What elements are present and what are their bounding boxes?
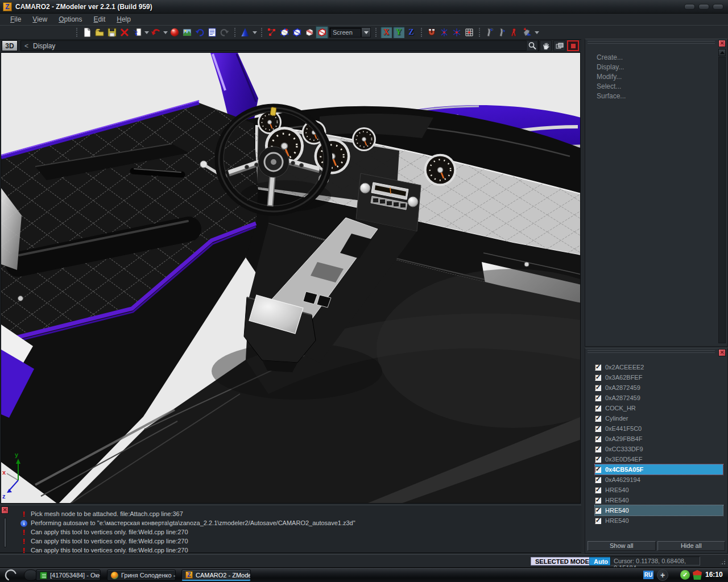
resize-grip[interactable]	[719, 558, 726, 566]
maximize-button[interactable]	[698, 4, 709, 10]
import-dropdown[interactable]	[143, 26, 150, 39]
weld-tool-button[interactable]	[483, 26, 496, 39]
menu-view[interactable]: View	[27, 15, 53, 23]
zoom-tool-button[interactable]	[526, 40, 538, 51]
object-list-item[interactable]: 0xCC333DF9	[595, 444, 723, 454]
object-visibility-checkbox[interactable]	[595, 508, 601, 514]
object-list-item[interactable]: 0x2ACEEEE2	[595, 362, 723, 372]
snap-vertex-tool-button[interactable]	[450, 26, 463, 39]
object-visibility-checkbox[interactable]	[595, 426, 601, 432]
auto-badge[interactable]: Auto	[589, 557, 613, 566]
close-button[interactable]	[713, 4, 723, 10]
primitive-dropdown[interactable]	[251, 26, 258, 39]
save-button[interactable]	[106, 26, 118, 39]
menu-edit[interactable]: Edit	[88, 15, 111, 23]
tools-dropdown[interactable]	[533, 26, 540, 39]
edges-mode-button[interactable]	[291, 26, 303, 39]
detach-tool-button[interactable]	[521, 26, 533, 39]
command-select[interactable]: Select...	[597, 82, 626, 92]
taskbar-task-window[interactable]: [417053484] - Окно ...	[36, 569, 101, 581]
view-back-arrow[interactable]: <	[21, 42, 33, 50]
export-button[interactable]	[150, 26, 162, 39]
object-list-item[interactable]: HRE540	[595, 495, 723, 505]
screen-space-combo[interactable]: Screen	[329, 27, 371, 38]
commands-panel-close-button[interactable]	[718, 40, 726, 47]
scroll-up-button[interactable]	[718, 49, 726, 56]
hide-all-button[interactable]: Hide all	[657, 541, 726, 551]
clock[interactable]: 16:10	[705, 571, 723, 579]
maximize-view-button[interactable]	[567, 40, 579, 51]
combo-dropdown-button[interactable]	[361, 27, 371, 38]
viewport-title-bar[interactable]: < Display	[20, 40, 539, 51]
menu-options[interactable]: Options	[53, 15, 88, 23]
command-surface[interactable]: Surface...	[597, 92, 626, 101]
import-button[interactable]	[131, 26, 143, 39]
object-visibility-checkbox[interactable]	[595, 375, 601, 381]
object-list-item[interactable]: 0xA2872459	[595, 383, 723, 393]
menu-help[interactable]: Help	[111, 15, 136, 23]
language-indicator[interactable]: RU	[643, 571, 653, 579]
axis-y-toggle[interactable]: Y	[393, 27, 404, 38]
open-file-button[interactable]	[93, 26, 106, 39]
render-button[interactable]	[168, 26, 181, 39]
delete-button[interactable]	[118, 26, 131, 39]
sub-object-edit-button[interactable]	[266, 26, 278, 39]
object-list-item[interactable]: HRE540	[595, 516, 723, 526]
object-list-item[interactable]: 0x3A62BFEF	[595, 372, 723, 383]
log-scrollbar[interactable]	[4, 518, 6, 547]
command-create[interactable]: Create...	[597, 53, 626, 63]
object-list-item[interactable]: 0xA2872459	[595, 393, 723, 403]
toolbar-grip[interactable]	[479, 28, 481, 37]
title-bar[interactable]: Z CAMARO2 - ZModeler ver 2.2.1 (Build 95…	[0, 0, 728, 14]
object-visibility-checkbox[interactable]	[595, 456, 601, 463]
object-list-item[interactable]: COCK_HR	[595, 403, 723, 413]
object-visibility-checkbox[interactable]	[595, 446, 601, 452]
object-visibility-checkbox[interactable]	[595, 415, 601, 422]
object-list-item[interactable]: 0xA29FBB4F	[595, 434, 723, 444]
undo-button[interactable]	[193, 26, 206, 39]
tray-app-icon[interactable]	[693, 570, 702, 580]
new-file-button[interactable]	[81, 26, 93, 39]
vertices-mode-button[interactable]	[278, 26, 291, 39]
object-visibility-checkbox[interactable]	[595, 436, 601, 442]
panel-grip[interactable]	[588, 41, 715, 44]
object-visibility-checkbox[interactable]	[595, 477, 601, 483]
object-list-item[interactable]: 0xA4629194	[595, 475, 723, 485]
material-editor-button[interactable]	[181, 26, 193, 39]
toolbar-grip[interactable]	[76, 28, 78, 37]
object-visibility-checkbox[interactable]	[595, 405, 601, 411]
view-mode-button[interactable]: 3D	[2, 40, 18, 51]
object-visibility-checkbox[interactable]	[595, 497, 601, 504]
start-button[interactable]	[4, 568, 18, 582]
object-list-item[interactable]: 0xE441F5C0	[595, 423, 723, 434]
object-visibility-checkbox[interactable]	[595, 385, 601, 391]
panel-grip[interactable]	[588, 350, 715, 354]
axis-z-toggle[interactable]: Z	[406, 27, 417, 38]
log-close-button[interactable]	[1, 506, 9, 514]
objects-mode-button[interactable]	[316, 26, 328, 39]
log-view-button[interactable]	[206, 26, 218, 39]
grid-snap-tool-button[interactable]	[463, 26, 475, 39]
region-tool-button[interactable]	[553, 40, 565, 51]
menu-file[interactable]: File	[5, 15, 27, 23]
object-list-item-highlighted[interactable]: HRE540	[595, 505, 723, 516]
commands-scrollbar[interactable]	[718, 57, 726, 343]
minimize-button[interactable]	[684, 4, 695, 10]
toolbar-grip[interactable]	[261, 28, 263, 37]
magnet-tool-button[interactable]	[425, 26, 438, 39]
toolbar-grip[interactable]	[421, 28, 423, 37]
weld-target-tool-button[interactable]	[496, 26, 508, 39]
toolbar-grip[interactable]	[234, 28, 236, 37]
object-visibility-checkbox[interactable]	[595, 467, 601, 473]
attach-tool-button[interactable]	[508, 26, 521, 39]
object-list-item-selected[interactable]: 0x4CB5A05F	[595, 464, 723, 475]
tray-expand-button[interactable]	[657, 569, 668, 581]
axis-x-toggle[interactable]: X	[380, 27, 392, 38]
object-list-item[interactable]: Cylinder	[595, 413, 723, 423]
object-list-item[interactable]: HRE540	[595, 485, 723, 495]
toolbar-grip[interactable]	[375, 28, 377, 37]
object-list-item[interactable]: 0x3E0D54EF	[595, 454, 723, 464]
viewport-3d[interactable]: x y z	[1, 52, 581, 504]
export-dropdown[interactable]	[162, 26, 168, 39]
object-visibility-checkbox[interactable]	[595, 487, 601, 493]
